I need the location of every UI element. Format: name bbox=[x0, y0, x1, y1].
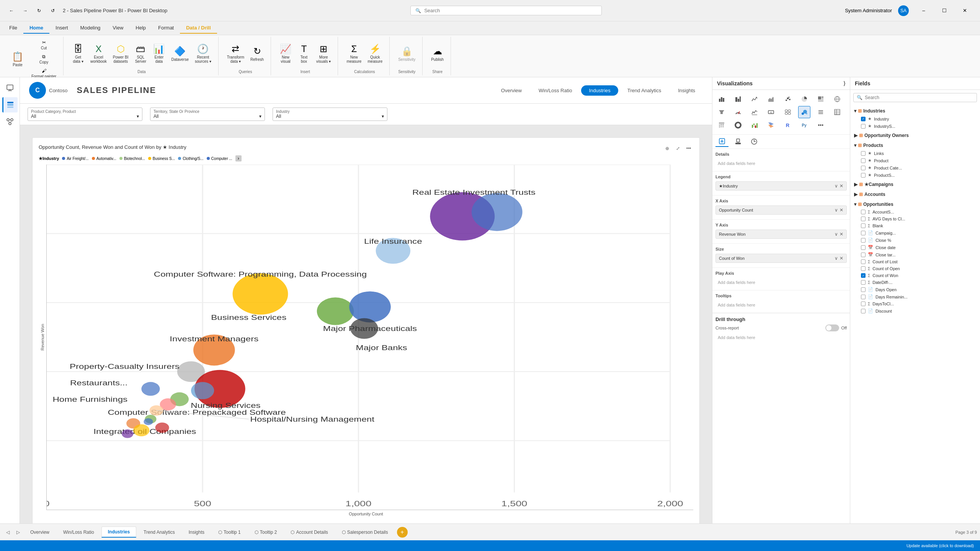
tab-home[interactable]: Home bbox=[23, 23, 49, 34]
bottom-tab-tooltip1[interactable]: ⬡ Tooltip 1 bbox=[212, 527, 247, 538]
close-tar-checkbox[interactable] bbox=[861, 253, 866, 257]
sidebar-model-icon[interactable] bbox=[2, 114, 18, 129]
viz-waterfall-icon[interactable] bbox=[748, 119, 761, 131]
count-won-checkbox[interactable]: ✓ bbox=[861, 273, 866, 278]
tab-data-drill[interactable]: Data / Drill bbox=[180, 23, 217, 34]
field-item-days-open[interactable]: 📄 Days Open bbox=[852, 286, 978, 293]
accountS-checkbox[interactable] bbox=[861, 210, 866, 214]
viz-panel-expand-icon[interactable]: ⟩ bbox=[843, 80, 845, 86]
field-item-close-date[interactable]: 📅 Close date bbox=[852, 244, 978, 251]
viz-treemap-icon[interactable] bbox=[815, 93, 827, 105]
recent-sources-button[interactable]: 🕐 Recentsources ▾ bbox=[193, 42, 214, 65]
legend-field-expand-icon[interactable]: ∨ bbox=[835, 183, 838, 189]
legend-item-1[interactable]: Automativ... bbox=[92, 156, 116, 161]
field-item-days-remaining[interactable]: 📄 Days Remainin... bbox=[852, 293, 978, 300]
close-date-checkbox[interactable] bbox=[861, 245, 866, 250]
nav-insights[interactable]: Insights bbox=[670, 85, 703, 96]
next-page-icon[interactable]: ▷ bbox=[13, 528, 23, 536]
viz-table-icon[interactable] bbox=[831, 106, 843, 118]
field-item-count-open[interactable]: Σ Count of Open bbox=[852, 265, 978, 272]
nav-winloss[interactable]: Win/Loss Ratio bbox=[531, 85, 580, 96]
viz-donut-icon[interactable] bbox=[732, 119, 744, 131]
viz-bubble-chart-icon[interactable] bbox=[798, 106, 810, 118]
copy-button[interactable]: ⧉ Copy bbox=[29, 52, 59, 66]
fields-search-input[interactable] bbox=[865, 95, 973, 100]
sidebar-data-icon[interactable] bbox=[2, 97, 18, 112]
field-item-count-won[interactable]: ✓ Σ Count of Won bbox=[852, 272, 978, 279]
bottom-tab-overview[interactable]: Overview bbox=[24, 527, 56, 538]
field-item-links[interactable]: ★ Links bbox=[852, 150, 978, 157]
more-options-icon[interactable]: ••• bbox=[684, 144, 693, 153]
add-page-button[interactable]: + bbox=[397, 527, 408, 538]
new-visual-button[interactable]: 📈 Newvisual bbox=[277, 42, 294, 65]
new-measure-button[interactable]: Σ Newmeasure bbox=[344, 42, 364, 65]
campaig-checkbox[interactable] bbox=[861, 231, 866, 235]
legend-item-2[interactable]: Biotechnol... bbox=[119, 156, 145, 161]
nav-trend[interactable]: Trend Analytics bbox=[620, 85, 669, 96]
field-item-count-lost[interactable]: Σ Count of Lost bbox=[852, 258, 978, 265]
maximize-button[interactable]: ☐ bbox=[936, 5, 953, 16]
fields-search-bar[interactable]: 🔍 bbox=[853, 93, 977, 102]
viz-area-chart-icon[interactable] bbox=[765, 93, 777, 105]
bottom-tab-industries[interactable]: Industries bbox=[101, 527, 136, 538]
products-header[interactable]: ▾ ⊞ Products bbox=[852, 141, 978, 150]
field-item-accountS[interactable]: Σ AccountS... bbox=[852, 209, 978, 215]
viz-pie-chart-icon[interactable] bbox=[798, 93, 810, 105]
industry-checkbox[interactable]: ✓ bbox=[861, 117, 866, 121]
cross-report-toggle-area[interactable]: Off bbox=[825, 324, 847, 331]
viz-slicer-icon[interactable] bbox=[815, 106, 827, 118]
viz-gauge-icon[interactable] bbox=[732, 106, 744, 118]
legend-item-3[interactable]: Business S... bbox=[148, 156, 175, 161]
text-box-button[interactable]: T Textbox bbox=[296, 42, 312, 65]
get-data-button[interactable]: 🗄 Getdata ▾ bbox=[70, 42, 87, 65]
campaigns-header[interactable]: ▶ ⊞ ★Campaigns bbox=[852, 180, 978, 189]
field-item-avg-days[interactable]: Σ AVG Days to Cl... bbox=[852, 215, 978, 222]
viz-py-icon[interactable]: Py bbox=[798, 119, 810, 131]
datediff-checkbox[interactable] bbox=[861, 280, 866, 285]
legend-next-icon[interactable]: › bbox=[235, 155, 242, 161]
product-cate-checkbox[interactable] bbox=[861, 166, 866, 170]
productS-checkbox[interactable] bbox=[861, 173, 866, 178]
field-group-industries-header[interactable]: ▾ ⊞ Industries bbox=[852, 107, 978, 115]
field-item-industryS[interactable]: ★ IndustryS... bbox=[852, 122, 978, 130]
x-axis-expand-icon[interactable]: ∨ bbox=[835, 207, 838, 213]
nav-industries[interactable]: Industries bbox=[581, 85, 618, 96]
size-remove-icon[interactable]: ✕ bbox=[840, 256, 843, 261]
bottom-tab-trend[interactable]: Trend Analytics bbox=[137, 527, 181, 538]
sensitivity-button[interactable]: 🔒 Sensitivity bbox=[396, 44, 418, 63]
viz-line-chart-icon[interactable] bbox=[748, 93, 761, 105]
y-axis-remove-icon[interactable]: ✕ bbox=[840, 231, 843, 237]
blank-checkbox[interactable] bbox=[861, 223, 866, 228]
legend-field-remove-icon[interactable]: ✕ bbox=[840, 183, 843, 189]
field-item-discount[interactable]: 📄 Discount bbox=[852, 307, 978, 315]
field-item-datediff[interactable]: Σ DateDiff-... bbox=[852, 279, 978, 286]
update-notice[interactable]: Update available (click to download) bbox=[906, 543, 974, 548]
sql-button[interactable]: 🗃 SQLServer bbox=[132, 42, 149, 65]
bottom-tab-insights[interactable]: Insights bbox=[182, 527, 211, 538]
viz-funnel-icon[interactable] bbox=[715, 106, 728, 118]
analytics-tab[interactable] bbox=[748, 137, 761, 147]
tab-format[interactable]: Format bbox=[152, 23, 180, 34]
focus-mode-icon[interactable]: ⤢ bbox=[673, 144, 683, 153]
discount-checkbox[interactable] bbox=[861, 309, 866, 313]
close-pct-checkbox[interactable] bbox=[861, 238, 866, 243]
publish-button[interactable]: ☁ Publish bbox=[429, 44, 446, 63]
viz-ribbon-icon[interactable] bbox=[765, 119, 777, 131]
tab-help[interactable]: Help bbox=[129, 23, 152, 34]
count-open-checkbox[interactable] bbox=[861, 266, 866, 271]
filter-toolbar-icon[interactable]: ⊕ bbox=[663, 144, 672, 153]
redo-icon[interactable]: ↺ bbox=[47, 5, 58, 16]
viz-kpi-icon[interactable] bbox=[748, 106, 761, 118]
field-item-industry[interactable]: ✓ ★ Industry bbox=[852, 115, 978, 122]
legend-item-0[interactable]: Air Freight/... bbox=[62, 156, 88, 161]
minimize-button[interactable]: – bbox=[915, 5, 933, 16]
tab-view[interactable]: View bbox=[106, 23, 129, 34]
tab-file[interactable]: File bbox=[3, 23, 23, 34]
size-expand-icon[interactable]: ∨ bbox=[835, 256, 838, 261]
field-item-blank[interactable]: Σ Blank bbox=[852, 222, 978, 229]
viz-more-icon[interactable]: ••• bbox=[815, 119, 827, 131]
field-item-close-pct[interactable]: 📄 Close % bbox=[852, 236, 978, 244]
undo-icon[interactable]: ↻ bbox=[34, 5, 44, 16]
viz-scatter-chart-icon[interactable] bbox=[782, 93, 794, 105]
x-axis-remove-icon[interactable]: ✕ bbox=[840, 207, 843, 213]
